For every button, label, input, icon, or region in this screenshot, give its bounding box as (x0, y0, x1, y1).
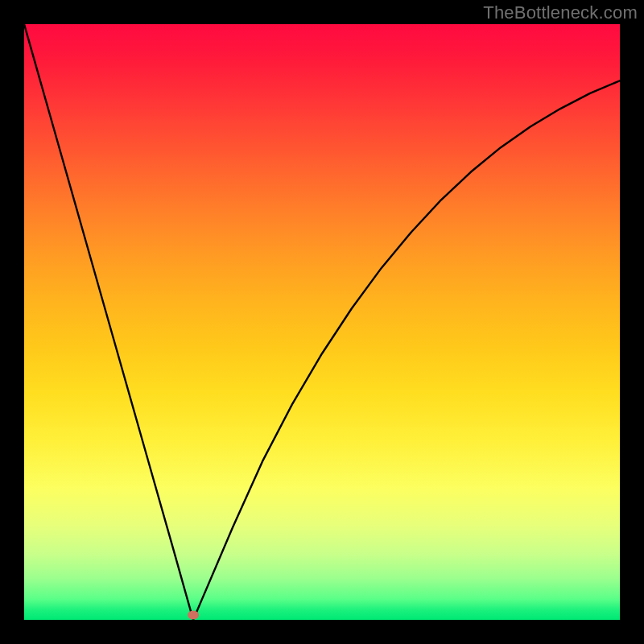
site-watermark: TheBottleneck.com (483, 2, 638, 23)
optimum-marker (188, 611, 199, 620)
plot-area (24, 24, 620, 620)
curve-path (24, 24, 620, 620)
chart-frame: TheBottleneck.com (0, 0, 644, 644)
bottleneck-curve (24, 24, 620, 620)
